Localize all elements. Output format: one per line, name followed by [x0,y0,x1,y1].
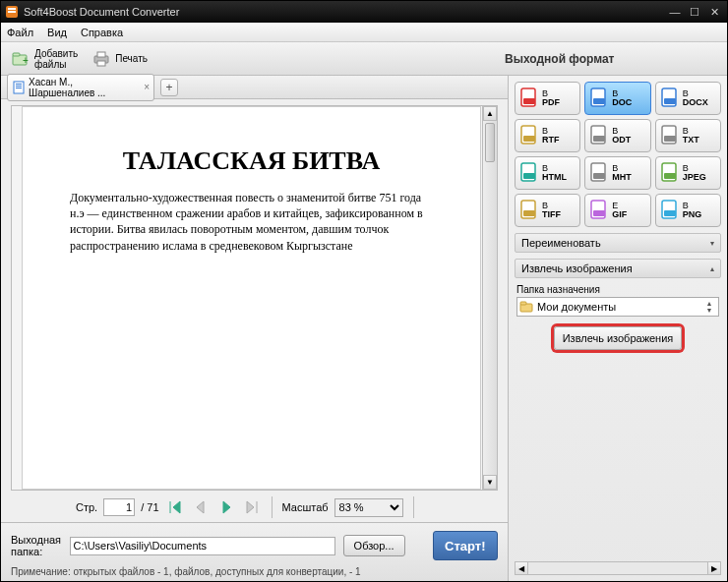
format-pdf-button[interactable]: ВPDF [515,82,580,115]
svg-rect-7 [97,52,105,57]
app-icon [5,5,19,19]
svg-rect-10 [16,84,22,85]
browse-button[interactable]: Обзор... [343,535,405,556]
format-png-button[interactable]: ВPNG [655,194,721,227]
html-icon [517,161,541,185]
app-window: Soft4Boost Document Converter — ☐ ✕ Файл… [0,0,728,582]
format-tiff-button[interactable]: ВTIFF [515,194,580,227]
dest-folder-label: Папка назначения [516,284,719,295]
extract-images-button[interactable]: Извлечь изображения [554,326,682,350]
menu-bar: Файл Вид Справка [1,23,727,42]
page-current-input[interactable] [103,498,135,516]
scroll-left-icon[interactable]: ◀ [515,561,528,575]
format-gif-button[interactable]: ЕGIF [584,194,650,227]
app-title: Soft4Boost Document Converter [24,6,179,18]
next-page-button[interactable] [216,498,236,516]
jpeg-icon [658,161,682,185]
dest-folder-select[interactable]: Мои документы ▲▼ [516,297,719,317]
format-docx-button[interactable]: ВDOCX [655,82,721,115]
first-page-button[interactable] [165,498,185,516]
svg-rect-2 [8,11,16,13]
add-tab-button[interactable]: + [160,79,178,96]
print-button[interactable]: Печать [91,49,148,69]
spinner-icon[interactable]: ▲▼ [702,300,716,314]
output-format-header: Выходной формат [505,52,717,66]
tiff-icon [517,199,541,222]
footer: Выходная папка: Обзор... Старт! Примечан… [1,522,508,581]
svg-rect-20 [523,136,535,142]
start-button[interactable]: Старт! [433,531,498,560]
menu-help[interactable]: Справка [81,27,123,38]
toolbar: + Добавитьфайлы Печать Выходной формат [1,42,727,76]
chevron-down-icon: ▾ [710,239,714,248]
document-tab-label: Хасан М., Шаршеналиев ... [29,77,140,98]
format-odt-button[interactable]: ВODT [584,119,650,152]
format-grid: ВPDFВDOCВDOCXВRTFВODTВTXTВHTMLВMHTВJPEGВ… [515,82,721,227]
svg-rect-4 [13,53,20,56]
left-pane: Хасан М., Шаршеналиев ... × + ТАЛАССКАЯ … [1,76,509,581]
svg-rect-38 [520,302,526,305]
rename-panel-header[interactable]: Переименовать▾ [515,233,721,253]
scroll-down-icon[interactable]: ▼ [483,475,497,490]
zoom-label: Масштаб [282,501,329,513]
extract-panel-header[interactable]: Извлечь изображения▴ [515,259,721,278]
output-folder-input[interactable] [70,537,335,555]
svg-rect-12 [16,87,22,88]
print-icon [91,49,111,69]
page-nav-row: Стр. / 71 Масштаб 83 % [1,493,508,522]
document-viewer[interactable]: ТАЛАССКАЯ БИТВА Документально-художестве… [11,105,498,491]
svg-rect-8 [97,61,105,66]
zoom-select[interactable]: 83 % [334,498,403,517]
document-tab[interactable]: Хасан М., Шаршеналиев ... × [7,74,154,101]
tab-row: Хасан М., Шаршеналиев ... × + [1,76,508,99]
add-files-icon: + [11,49,30,69]
output-folder-label: Выходная папка: [11,534,62,557]
format-mht-button[interactable]: ВMHT [584,156,650,190]
svg-rect-11 [16,86,22,87]
svg-rect-36 [664,210,676,216]
title-bar[interactable]: Soft4Boost Document Converter — ☐ ✕ [1,1,727,23]
doc-paragraph: Документально-художественная повесть о з… [70,190,433,254]
page-preview: ТАЛАССКАЯ БИТВА Документально-художестве… [22,106,481,490]
right-pane-scrollbar[interactable]: ◀ ▶ [515,561,721,575]
svg-rect-18 [664,98,676,104]
svg-rect-16 [593,98,605,104]
prev-page-button[interactable] [191,498,211,516]
folder-icon [519,300,533,314]
svg-rect-30 [664,173,676,179]
txt-icon [658,124,682,147]
page-label: Стр. [76,501,97,513]
extract-panel-body: Папка назначения Мои документы ▲▼ Извлеч… [515,278,721,356]
right-pane: ВPDFВDOCВDOCXВRTFВODTВTXTВHTMLВMHTВJPEGВ… [509,76,727,581]
vertical-scrollbar[interactable]: ▲ ▼ [482,106,497,490]
svg-rect-1 [8,8,16,10]
last-page-button[interactable] [242,498,262,516]
rtf-icon [517,124,541,147]
menu-file[interactable]: Файл [7,27,33,38]
menu-view[interactable]: Вид [47,27,67,38]
png-icon [658,199,682,222]
svg-rect-14 [523,98,535,104]
svg-rect-26 [523,173,535,179]
svg-text:+: + [23,55,29,66]
close-tab-icon[interactable]: × [144,82,150,92]
scroll-thumb[interactable] [485,123,495,162]
scroll-right-icon[interactable]: ▶ [707,561,721,575]
docx-icon [658,87,682,110]
pdf-icon [517,87,541,110]
minimize-button[interactable]: — [666,5,684,19]
format-rtf-button[interactable]: ВRTF [515,119,580,152]
scroll-up-icon[interactable]: ▲ [483,106,497,121]
format-txt-button[interactable]: ВTXT [655,119,721,152]
svg-rect-28 [593,173,605,179]
format-doc-button[interactable]: ВDOC [584,82,650,115]
format-html-button[interactable]: ВHTML [515,156,580,190]
page-total: / 71 [141,501,158,513]
maximize-button[interactable]: ☐ [686,5,703,19]
format-jpeg-button[interactable]: ВJPEG [655,156,721,190]
close-button[interactable]: ✕ [705,5,723,19]
odt-icon [587,124,611,147]
svg-rect-32 [523,210,535,216]
svg-rect-24 [664,136,676,142]
add-files-button[interactable]: + Добавитьфайлы [11,48,78,70]
